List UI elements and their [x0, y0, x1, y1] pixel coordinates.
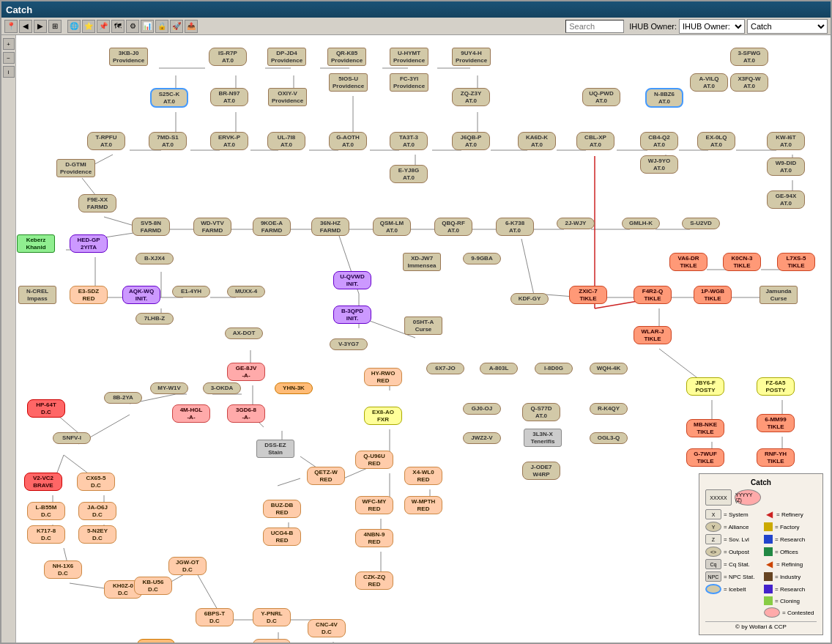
map-node-wj-9yo[interactable]: WJ-9YO AT.0	[640, 155, 678, 174]
map-node-b-3qpd[interactable]: B-3QPD INIT.	[333, 306, 371, 324]
map-node-l-b55m[interactable]: L-B55M D.C	[27, 502, 65, 520]
map-node-6x7-jo[interactable]: 6X7-JO	[426, 363, 464, 374]
map-node-uq-pwd[interactable]: UQ-PWD AT.0	[582, 88, 620, 106]
map-node-fz-6a5[interactable]: FZ-6A5 POSTY	[757, 377, 795, 396]
map-node-2j-wjy[interactable]: 2J-WJY	[557, 218, 595, 229]
map-node-jby6-f[interactable]: JBY6-F POSTY	[686, 377, 724, 396]
map-node-ge-8jv[interactable]: GE-8JV -A-	[227, 363, 265, 381]
map-node-keberz[interactable]: Keberz Khanid	[17, 234, 55, 253]
map-node-v-3yg7[interactable]: V-3YG7	[330, 338, 368, 350]
map-node-kw-i6t[interactable]: KW-I6T AT.0	[767, 132, 805, 150]
map-node-5-n2ey[interactable]: 5-N2EY D.C	[78, 525, 116, 544]
map-node-ogl3-q[interactable]: OGL3-Q	[590, 432, 628, 444]
map-node-a-803l[interactable]: A-803L	[480, 363, 518, 374]
map-node-u-qvwd[interactable]: U-QVWD INIT.	[333, 271, 371, 289]
map-node-rr-d05[interactable]: RR-D05 -7-	[137, 639, 175, 643]
map-node-rnf-yh[interactable]: RNF-YH TIKLE	[757, 448, 795, 467]
map-node-x3fq-w[interactable]: X3FQ-W AT.0	[730, 73, 768, 92]
map-node-ka6d-k[interactable]: KA6D-K AT.0	[518, 132, 556, 150]
zoom-in-btn[interactable]: +	[3, 38, 15, 50]
map-node-w-mpth[interactable]: W-MPTH RED	[404, 496, 442, 514]
grid-icon[interactable]: ⊞	[48, 20, 62, 33]
map-node-5ios-u[interactable]: 5IOS-U Providence	[329, 73, 368, 92]
map-node-3gd6-8[interactable]: 3GD6-8 -A-	[227, 404, 265, 423]
map-node-0sht-a[interactable]: 0SHT-A Curse	[404, 317, 442, 335]
map-node-dp-jd4[interactable]: DP-JD4 Providence	[267, 48, 306, 66]
map-node-sv5-8n[interactable]: SV5-8N FARMD	[132, 218, 170, 236]
map-node-zxic-7[interactable]: ZXIC-7 TIKLE	[569, 286, 607, 304]
map-node-va6-dr[interactable]: VA6-DR TIKLE	[669, 253, 707, 271]
region-select[interactable]: Catch	[747, 19, 828, 34]
map-node-aqk-wq[interactable]: AQK-WQ INIT.	[122, 286, 160, 304]
map-node-x4-wl0[interactable]: X4-WL0 RED	[404, 467, 442, 485]
map-node-3kb-j0[interactable]: 3KB-J0 Providence	[109, 48, 148, 66]
map-node-cbl-xp[interactable]: CBL-XP AT.0	[576, 132, 614, 150]
map-node-wd-vtv[interactable]: WD-VTV FARMD	[193, 218, 231, 236]
map-node-qr-k85[interactable]: QR-K85 Providence	[327, 48, 366, 66]
map-node-e3-sdz[interactable]: E3-SDZ RED	[70, 286, 108, 304]
location-icon[interactable]: 📌	[97, 20, 110, 33]
map-node-jamunda[interactable]: Jamunda Curse	[759, 286, 798, 304]
map-node-3l3n-x[interactable]: 3L3N-X Tenerifis	[524, 429, 562, 447]
nav-icon[interactable]: 📍	[4, 20, 18, 33]
map-node-a-vilq[interactable]: A-VILQ AT.0	[690, 73, 728, 92]
map-node-qbq-rf[interactable]: QBQ-RF AT.0	[434, 218, 472, 236]
back-icon[interactable]: ◀	[19, 20, 32, 33]
map-node-9koe-a[interactable]: 9KOE-A FARMD	[253, 218, 291, 236]
map-node-t-rpfu[interactable]: T-RPFU AT.0	[87, 132, 125, 150]
map-node-b-xjx4[interactable]: B-XJX4	[135, 253, 174, 264]
map-node-e-yj8g[interactable]: E-YJ8G AT.0	[390, 165, 428, 183]
map-node-jgw-ot[interactable]: JGW-OT D.C	[168, 557, 207, 575]
map-node-j-ode7[interactable]: J-ODE7 W4RP	[522, 462, 560, 480]
map-node-9uy4-h[interactable]: 9UY4-H Providence	[452, 48, 491, 66]
map-node-cnc-4v[interactable]: CNC-4V D.C	[308, 619, 346, 637]
map-node-ul-7i8[interactable]: UL-7I8 AT.0	[267, 132, 305, 150]
map-node-7lhb-z[interactable]: 7LHB-Z	[135, 313, 174, 325]
ihub-owner-select[interactable]: IHUB Owner:	[679, 19, 745, 34]
map-node-9-9gba[interactable]: 9-9GBA	[463, 253, 501, 264]
map-node-3-sfwg[interactable]: 3-SFWG AT.0	[730, 48, 768, 66]
map-node-4nbn-9[interactable]: 4NBN-9 RED	[355, 529, 393, 547]
export-icon[interactable]: 📤	[185, 20, 198, 33]
map-node-q-u96u[interactable]: Q-U96U RED	[355, 451, 393, 469]
map-node-36n-hz[interactable]: 36N-HZ FARMD	[311, 218, 349, 236]
zoom-out-btn[interactable]: −	[3, 52, 15, 64]
settings-icon[interactable]: ⚙	[126, 20, 139, 33]
lock-icon[interactable]: 🔒	[155, 20, 168, 33]
map-node-n-8bz6[interactable]: N-8BZ6 AT.0	[645, 88, 683, 108]
map-node-gj0-oj[interactable]: GJ0-OJ	[463, 403, 501, 415]
map-node-ervk-p[interactable]: ERVK-P AT.0	[210, 132, 248, 150]
map-node-cx65-5[interactable]: CX65-5 D.C	[77, 473, 115, 491]
ship-icon[interactable]: 🚀	[170, 20, 183, 33]
map-node-hp-64t[interactable]: HP-64T D.C	[27, 399, 65, 418]
map-node-hy-rwo[interactable]: HY-RWO RED	[364, 368, 402, 386]
map-node-ex-0lq[interactable]: EX-0LQ AT.0	[697, 132, 735, 150]
map-node-xd-jw7[interactable]: XD-JW7 Immensea	[403, 253, 441, 271]
map-node-czk-zq[interactable]: CZK-ZQ RED	[355, 571, 393, 590]
star-icon[interactable]: ⭐	[82, 20, 95, 33]
route-icon[interactable]: 🗺	[111, 20, 125, 33]
map-node-i-8d0g[interactable]: I-8D0G	[535, 363, 573, 374]
map-node-fc-3yi[interactable]: FC-3YI Providence	[390, 73, 428, 92]
map-node-zq-z3y[interactable]: ZQ-Z3Y AT.0	[452, 88, 490, 106]
map-node-ja-o6j[interactable]: JA-O6J D.C	[78, 502, 116, 520]
globe-icon[interactable]: 🌐	[67, 20, 81, 33]
map-node-ucg4-b[interactable]: UCG4-B RED	[263, 528, 301, 546]
map-node-jwz2-v[interactable]: JWZ2-V	[463, 432, 501, 444]
map-node-l7xs-5[interactable]: L7XS-5 TIKLE	[777, 253, 815, 271]
map-node-g-7wuf[interactable]: G-7WUF TIKLE	[686, 448, 724, 467]
map-node-qsm-lm[interactable]: QSM-LM AT.0	[373, 218, 411, 236]
map-node-dss-ez[interactable]: DSS-EZ Stain	[256, 440, 294, 458]
map-node-6-k738[interactable]: 6-K738 AT.0	[496, 218, 534, 236]
map-node-w9-did[interactable]: W9-DID AT.0	[767, 158, 805, 176]
map-node-my-w1v[interactable]: MY-W1V	[150, 382, 188, 394]
map-node-1p-wgb[interactable]: 1P-WGB TIKLE	[694, 286, 732, 304]
map-node-7md-s1[interactable]: 7MD-S1 AT.0	[149, 132, 187, 150]
map-node-ax-dot[interactable]: AX-DOT	[225, 327, 263, 339]
map-node-qetz-w[interactable]: QETZ-W RED	[307, 467, 345, 485]
map-node-6bps-t[interactable]: 6BPS-T D.C	[196, 608, 234, 626]
map-node-u-hymt[interactable]: U-HYMT Providence	[390, 48, 428, 66]
map-node-s25c-k[interactable]: S25C-K AT.0	[150, 88, 188, 108]
map-node-kdf-gy[interactable]: KDF-GY	[510, 293, 549, 305]
map-area[interactable]: 3KB-J0 ProvidenceIS-R7P AT.0DP-JD4 Provi…	[16, 35, 831, 643]
